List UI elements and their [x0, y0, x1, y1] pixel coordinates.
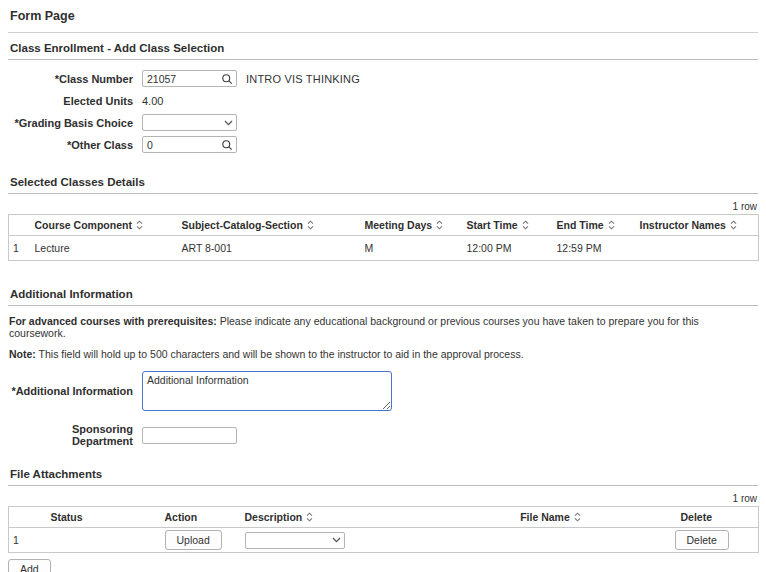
selected-classes-row-count: 1 row: [8, 201, 757, 212]
sponsoring-department-input[interactable]: [142, 427, 237, 444]
instructor-names-header[interactable]: Instructor Names: [636, 215, 759, 236]
additional-info-label: *Additional Information: [8, 385, 133, 397]
sort-icon: [522, 220, 529, 232]
sort-icon: [608, 220, 615, 232]
end-time-cell: 12:59 PM: [553, 236, 636, 261]
delete-button[interactable]: Delete: [675, 530, 729, 550]
row-number-header: [9, 215, 31, 236]
file-attachments-header-row: Status Action Description File Name Dele…: [9, 507, 759, 528]
file-attachments-table: Status Action Description File Name Dele…: [8, 506, 759, 553]
section-file-attachments-title: File Attachments: [8, 468, 758, 486]
start-time-header[interactable]: Start Time: [463, 215, 553, 236]
description-select[interactable]: [245, 532, 345, 549]
course-component-cell: Lecture: [31, 236, 178, 261]
section-additional-info-title: Additional Information: [8, 288, 758, 306]
file-attachments-row-count: 1 row: [8, 493, 757, 504]
selected-classes-table: Course Component Subject-Catalog-Section…: [8, 214, 759, 261]
elected-units-value: 4.00: [142, 95, 163, 107]
form-page: Form Page Class Enrollment - Add Class S…: [0, 0, 766, 572]
additional-info-textarea[interactable]: Additional Information: [142, 371, 392, 411]
additional-info-row: *Additional Information Additional Infor…: [8, 371, 758, 411]
page-title: Form Page: [8, 7, 758, 33]
meeting-days-header[interactable]: Meeting Days: [361, 215, 463, 236]
sort-icon: [306, 512, 313, 524]
class-number-search-icon[interactable]: [221, 73, 233, 85]
section-class-enrollment-title: Class Enrollment - Add Class Selection: [8, 42, 758, 60]
selected-classes-header-row: Course Component Subject-Catalog-Section…: [9, 215, 759, 236]
sort-icon: [307, 220, 314, 232]
add-button[interactable]: Add: [8, 559, 51, 572]
sponsoring-department-row: Sponsoring Department: [8, 423, 758, 447]
delete-header: Delete: [671, 507, 759, 528]
description-header[interactable]: Description: [241, 507, 431, 528]
end-time-header[interactable]: End Time: [553, 215, 636, 236]
subject-catalog-section-header[interactable]: Subject-Catalog-Section: [178, 215, 361, 236]
status-header: Status: [31, 507, 161, 528]
status-cell: [31, 528, 161, 553]
file-name-cell: [431, 528, 671, 553]
grading-basis-row: *Grading Basis Choice: [8, 114, 758, 131]
enrollment-form: *Class Number INTRO VIS THINKING Elected…: [8, 70, 758, 153]
other-class-row: *Other Class: [8, 136, 758, 153]
sort-icon: [436, 220, 443, 232]
grading-basis-label: *Grading Basis Choice: [8, 117, 133, 129]
elected-units-row: Elected Units 4.00: [8, 92, 758, 109]
other-class-search-icon[interactable]: [221, 139, 233, 151]
sort-icon: [730, 220, 737, 232]
upload-button[interactable]: Upload: [165, 530, 222, 550]
course-component-header[interactable]: Course Component: [31, 215, 178, 236]
meeting-days-cell: M: [361, 236, 463, 261]
row-number: 1: [9, 528, 31, 553]
elected-units-label: Elected Units: [8, 95, 133, 107]
subject-catalog-section-cell: ART 8-001: [178, 236, 361, 261]
sort-icon: [574, 512, 581, 524]
characters-note: Note: This field will hold up to 500 cha…: [8, 348, 758, 360]
row-number-header: [9, 507, 31, 528]
class-number-label: *Class Number: [8, 73, 133, 85]
section-selected-classes-title: Selected Classes Details: [8, 176, 758, 194]
sort-icon: [136, 220, 143, 232]
sponsoring-department-label: Sponsoring Department: [8, 423, 133, 447]
class-number-description: INTRO VIS THINKING: [246, 73, 360, 85]
file-name-header[interactable]: File Name: [431, 507, 671, 528]
table-row: 1 Lecture ART 8-001 M 12:00 PM 12:59 PM: [9, 236, 759, 261]
table-row: 1 Upload Delete: [9, 528, 759, 553]
start-time-cell: 12:00 PM: [463, 236, 553, 261]
class-number-row: *Class Number INTRO VIS THINKING: [8, 70, 758, 87]
description-cell: [241, 528, 431, 553]
prerequisites-note: For advanced courses with prerequisites:…: [8, 315, 758, 339]
action-header: Action: [161, 507, 241, 528]
grading-basis-select[interactable]: [142, 114, 237, 131]
instructor-names-cell: [636, 236, 759, 261]
delete-cell: Delete: [671, 528, 759, 553]
action-cell: Upload: [161, 528, 241, 553]
other-class-label: *Other Class: [8, 139, 133, 151]
row-number: 1: [9, 236, 31, 261]
